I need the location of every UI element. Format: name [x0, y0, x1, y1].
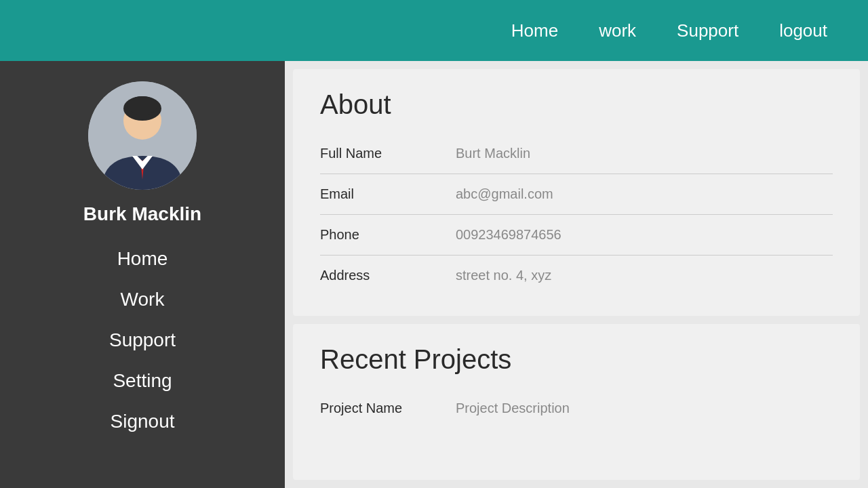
sidebar-username: Burk Macklin — [83, 203, 201, 225]
sidebar-item-signout[interactable]: Signout — [0, 401, 285, 442]
sidebar-link-signout[interactable]: Signout — [111, 411, 175, 432]
about-address-value: street no. 4, xyz — [456, 268, 551, 283]
nav-item-support[interactable]: Support — [677, 20, 738, 41]
nav-link-logout[interactable]: logout — [779, 20, 827, 41]
project-name-column: Project Name — [320, 401, 456, 416]
content-area: About Full Name Burt Macklin Email abc@g… — [285, 61, 868, 488]
sidebar-link-home[interactable]: Home — [117, 248, 168, 269]
nav-links-list: Home work Support logout — [511, 20, 827, 41]
about-address-row: Address street no. 4, xyz — [320, 256, 833, 296]
nav-link-home[interactable]: Home — [511, 20, 558, 41]
sidebar-link-setting[interactable]: Setting — [113, 370, 172, 391]
avatar-image — [88, 81, 197, 190]
about-email-row: Email abc@gmail.com — [320, 174, 833, 215]
about-phone-label: Phone — [320, 227, 456, 243]
about-email-label: Email — [320, 186, 456, 202]
sidebar-item-setting[interactable]: Setting — [0, 361, 285, 401]
about-title: About — [320, 89, 833, 120]
nav-item-work[interactable]: work — [599, 20, 636, 41]
sidebar-item-home[interactable]: Home — [0, 239, 285, 279]
about-fullname-label: Full Name — [320, 146, 456, 161]
recent-projects-title: Recent Projects — [320, 344, 833, 375]
recent-projects-header-row: Project Name Project Description — [320, 388, 833, 428]
main-container: Burk Macklin Home Work Support Setting S… — [0, 61, 868, 488]
about-phone-value: 00923469874656 — [456, 227, 561, 243]
about-phone-row: Phone 00923469874656 — [320, 215, 833, 256]
sidebar-link-support[interactable]: Support — [109, 329, 176, 350]
about-fullname-value: Burt Macklin — [456, 146, 530, 161]
about-fullname-row: Full Name Burt Macklin — [320, 134, 833, 174]
project-description-column: Project Description — [456, 401, 570, 416]
nav-link-work[interactable]: work — [599, 20, 636, 41]
about-address-label: Address — [320, 268, 456, 283]
nav-item-home[interactable]: Home — [511, 20, 558, 41]
nav-link-support[interactable]: Support — [677, 20, 738, 41]
top-navbar: Home work Support logout — [0, 0, 868, 61]
nav-item-logout[interactable]: logout — [779, 20, 827, 41]
sidebar-link-work[interactable]: Work — [121, 289, 165, 310]
about-card: About Full Name Burt Macklin Email abc@g… — [293, 69, 860, 316]
recent-projects-card: Recent Projects Project Name Project Des… — [293, 324, 860, 480]
sidebar-nav-list: Home Work Support Setting Signout — [0, 239, 285, 442]
svg-point-3 — [127, 96, 157, 115]
avatar — [88, 81, 197, 190]
sidebar-item-support[interactable]: Support — [0, 320, 285, 361]
sidebar: Burk Macklin Home Work Support Setting S… — [0, 61, 285, 488]
sidebar-item-work[interactable]: Work — [0, 279, 285, 320]
about-email-value: abc@gmail.com — [456, 186, 553, 202]
